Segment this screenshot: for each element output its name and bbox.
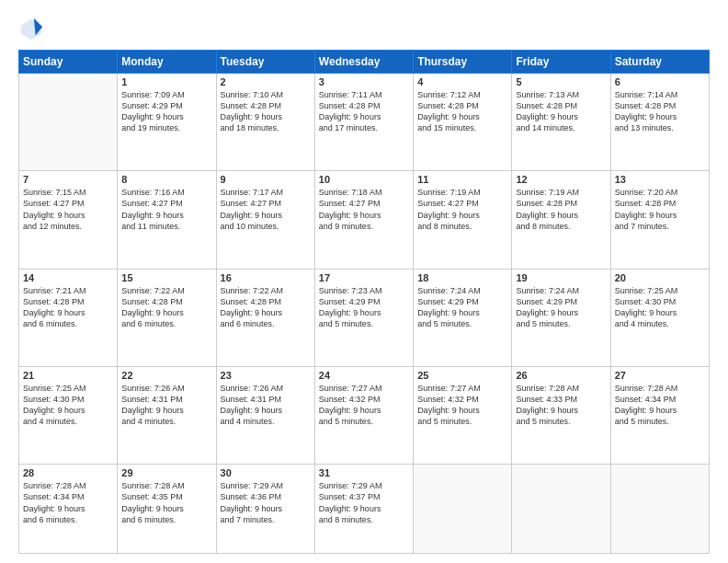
day-number: 10 [319,174,409,185]
day-info: Sunrise: 7:19 AMSunset: 4:27 PMDaylight:… [417,187,507,232]
day-info: Sunrise: 7:20 AMSunset: 4:28 PMDaylight:… [615,187,705,232]
calendar-cell: 12Sunrise: 7:19 AMSunset: 4:28 PMDayligh… [512,171,610,269]
day-info: Sunrise: 7:09 AMSunset: 4:29 PMDaylight:… [121,89,211,134]
day-info: Sunrise: 7:21 AMSunset: 4:28 PMDaylight:… [23,285,113,330]
day-info: Sunrise: 7:25 AMSunset: 4:30 PMDaylight:… [615,285,705,330]
calendar-cell: 7Sunrise: 7:15 AMSunset: 4:27 PMDaylight… [19,171,118,269]
day-info: Sunrise: 7:15 AMSunset: 4:27 PMDaylight:… [23,187,113,232]
day-number: 9 [221,174,311,185]
day-info: Sunrise: 7:28 AMSunset: 4:35 PMDaylight:… [121,480,211,525]
day-number: 20 [615,272,705,283]
weekday-header-saturday: Saturday [610,51,709,74]
day-number: 23 [221,370,311,381]
day-number: 11 [417,174,507,185]
day-number: 6 [615,76,705,87]
weekday-header-wednesday: Wednesday [314,51,413,74]
day-info: Sunrise: 7:29 AMSunset: 4:37 PMDaylight:… [319,480,409,525]
day-info: Sunrise: 7:23 AMSunset: 4:29 PMDaylight:… [319,285,409,330]
week-row-2: 7Sunrise: 7:15 AMSunset: 4:27 PMDaylight… [19,171,710,269]
calendar-cell: 18Sunrise: 7:24 AMSunset: 4:29 PMDayligh… [414,269,512,366]
calendar-cell: 19Sunrise: 7:24 AMSunset: 4:29 PMDayligh… [512,269,610,366]
calendar-cell: 25Sunrise: 7:27 AMSunset: 4:32 PMDayligh… [414,366,512,464]
day-number: 22 [121,370,211,381]
calendar-cell: 2Sunrise: 7:10 AMSunset: 4:28 PMDaylight… [216,74,314,171]
weekday-header-thursday: Thursday [414,51,512,74]
day-info: Sunrise: 7:26 AMSunset: 4:31 PMDaylight:… [121,383,211,428]
day-number: 31 [319,467,409,478]
calendar-cell: 22Sunrise: 7:26 AMSunset: 4:31 PMDayligh… [118,366,216,464]
calendar-cell: 15Sunrise: 7:22 AMSunset: 4:28 PMDayligh… [118,269,216,366]
calendar-cell: 28Sunrise: 7:28 AMSunset: 4:34 PMDayligh… [19,465,118,554]
calendar-cell: 24Sunrise: 7:27 AMSunset: 4:32 PMDayligh… [314,366,413,464]
day-info: Sunrise: 7:12 AMSunset: 4:28 PMDaylight:… [417,89,507,134]
day-info: Sunrise: 7:17 AMSunset: 4:27 PMDaylight:… [221,187,311,232]
calendar-cell: 1Sunrise: 7:09 AMSunset: 4:29 PMDaylight… [118,74,216,171]
day-number: 28 [23,467,113,478]
day-number: 1 [121,76,211,87]
calendar-cell [414,465,512,554]
day-info: Sunrise: 7:16 AMSunset: 4:27 PMDaylight:… [121,187,211,232]
day-number: 15 [121,272,211,283]
calendar-cell: 16Sunrise: 7:22 AMSunset: 4:28 PMDayligh… [216,269,314,366]
day-info: Sunrise: 7:19 AMSunset: 4:28 PMDaylight:… [516,187,606,232]
weekday-header-tuesday: Tuesday [216,51,314,74]
week-row-3: 14Sunrise: 7:21 AMSunset: 4:28 PMDayligh… [19,269,710,366]
day-number: 16 [221,272,311,283]
day-number: 29 [121,467,211,478]
day-number: 5 [516,76,606,87]
day-number: 14 [23,272,113,283]
calendar-cell: 21Sunrise: 7:25 AMSunset: 4:30 PMDayligh… [19,366,118,464]
calendar-cell: 30Sunrise: 7:29 AMSunset: 4:36 PMDayligh… [216,465,314,554]
day-number: 7 [23,174,113,185]
calendar-cell: 23Sunrise: 7:26 AMSunset: 4:31 PMDayligh… [216,366,314,464]
calendar-cell: 9Sunrise: 7:17 AMSunset: 4:27 PMDaylight… [216,171,314,269]
day-number: 24 [319,370,409,381]
week-row-5: 28Sunrise: 7:28 AMSunset: 4:34 PMDayligh… [19,465,710,554]
day-number: 13 [615,174,705,185]
day-number: 2 [221,76,311,87]
day-number: 27 [615,370,705,381]
calendar-cell: 3Sunrise: 7:11 AMSunset: 4:28 PMDaylight… [314,74,413,171]
day-info: Sunrise: 7:24 AMSunset: 4:29 PMDaylight:… [417,285,507,330]
calendar-cell: 4Sunrise: 7:12 AMSunset: 4:28 PMDaylight… [414,74,512,171]
day-info: Sunrise: 7:29 AMSunset: 4:36 PMDaylight:… [221,480,311,525]
calendar-cell: 8Sunrise: 7:16 AMSunset: 4:27 PMDaylight… [118,171,216,269]
day-info: Sunrise: 7:28 AMSunset: 4:33 PMDaylight:… [516,383,606,428]
calendar-cell: 11Sunrise: 7:19 AMSunset: 4:27 PMDayligh… [414,171,512,269]
page: SundayMondayTuesdayWednesdayThursdayFrid… [0,0,728,563]
week-row-1: 1Sunrise: 7:09 AMSunset: 4:29 PMDaylight… [19,74,710,171]
logo [18,17,48,42]
day-info: Sunrise: 7:14 AMSunset: 4:28 PMDaylight:… [615,89,705,134]
day-info: Sunrise: 7:28 AMSunset: 4:34 PMDaylight:… [23,480,113,525]
calendar-cell: 26Sunrise: 7:28 AMSunset: 4:33 PMDayligh… [512,366,610,464]
day-info: Sunrise: 7:28 AMSunset: 4:34 PMDaylight:… [615,383,705,428]
day-info: Sunrise: 7:26 AMSunset: 4:31 PMDaylight:… [221,383,311,428]
calendar-cell: 5Sunrise: 7:13 AMSunset: 4:28 PMDaylight… [512,74,610,171]
calendar-cell: 13Sunrise: 7:20 AMSunset: 4:28 PMDayligh… [610,171,709,269]
calendar-cell: 14Sunrise: 7:21 AMSunset: 4:28 PMDayligh… [19,269,118,366]
weekday-header-friday: Friday [512,51,610,74]
day-info: Sunrise: 7:27 AMSunset: 4:32 PMDaylight:… [319,383,409,428]
day-number: 18 [417,272,507,283]
calendar-cell: 29Sunrise: 7:28 AMSunset: 4:35 PMDayligh… [118,465,216,554]
day-number: 3 [319,76,409,87]
header [18,17,710,42]
day-number: 30 [221,467,311,478]
calendar-cell [512,465,610,554]
calendar-cell: 27Sunrise: 7:28 AMSunset: 4:34 PMDayligh… [610,366,709,464]
calendar-table: SundayMondayTuesdayWednesdayThursdayFrid… [18,50,710,554]
calendar-cell: 17Sunrise: 7:23 AMSunset: 4:29 PMDayligh… [314,269,413,366]
day-info: Sunrise: 7:24 AMSunset: 4:29 PMDaylight:… [516,285,606,330]
day-number: 19 [516,272,606,283]
day-number: 4 [417,76,507,87]
day-info: Sunrise: 7:22 AMSunset: 4:28 PMDaylight:… [221,285,311,330]
calendar-cell [19,74,118,171]
calendar-cell: 6Sunrise: 7:14 AMSunset: 4:28 PMDaylight… [610,74,709,171]
day-info: Sunrise: 7:22 AMSunset: 4:28 PMDaylight:… [121,285,211,330]
day-info: Sunrise: 7:10 AMSunset: 4:28 PMDaylight:… [221,89,311,134]
calendar-cell [610,465,709,554]
day-info: Sunrise: 7:11 AMSunset: 4:28 PMDaylight:… [319,89,409,134]
day-info: Sunrise: 7:18 AMSunset: 4:27 PMDaylight:… [319,187,409,232]
day-number: 12 [516,174,606,185]
day-number: 8 [121,174,211,185]
